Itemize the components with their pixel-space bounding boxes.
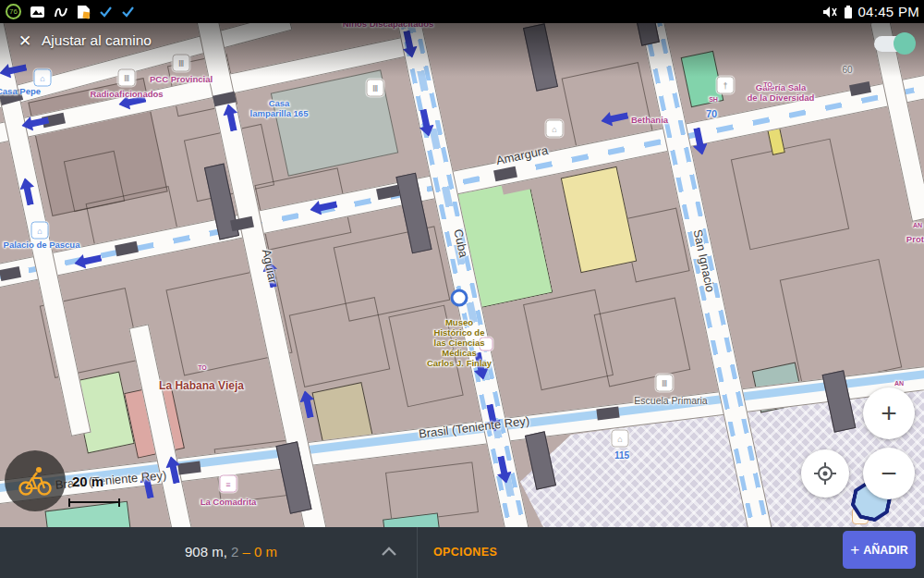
museum-poi-icon: Ⅲ: [367, 80, 384, 97]
building-outline: [780, 259, 903, 388]
poi-label: Escuela Primaria: [634, 396, 707, 406]
close-icon[interactable]: ✕: [15, 31, 35, 51]
add-button-label: AÑADIR: [863, 544, 908, 557]
housenumber-label: 115: [614, 450, 629, 461]
clock: 04:45 PM: [857, 4, 919, 19]
toggle-knob: [894, 32, 916, 55]
check-icon: [121, 6, 135, 18]
gallery-icon: [30, 6, 45, 18]
school-poi-icon: Ⅲ: [656, 375, 674, 392]
building-outline: [594, 298, 691, 387]
tiny-badge-label: TO: [763, 81, 772, 88]
road-ref-label: 60: [842, 65, 852, 75]
poi-label: Casa Pepe: [0, 86, 41, 96]
tiny-badge-label: TO: [198, 364, 207, 371]
poi-label: Bethania: [631, 115, 668, 125]
road-ref-label: 70: [706, 109, 717, 119]
poi-label: PCC Provincial: [150, 74, 213, 84]
points-count: 2: [231, 544, 238, 560]
tiny-badge-label: AN: [894, 380, 904, 387]
building-dark: [523, 23, 558, 91]
poi-label: La Comadrita: [201, 497, 257, 507]
zoom-in-button[interactable]: +: [863, 387, 915, 439]
locate-button[interactable]: [801, 449, 849, 498]
poi-label: Casa lamparilla 165: [250, 98, 309, 118]
measure-bottom-bar: 908 m, 2 – 0 m OPCIONES: [0, 527, 924, 578]
poi-label: Palacio de Pascua: [4, 240, 80, 250]
poi-label: Prote: [906, 234, 924, 244]
museum-circle-marker: [451, 289, 468, 307]
options-button[interactable]: OPCIONES: [433, 546, 497, 559]
distance-value: 908 m,: [185, 544, 227, 560]
battery-saver-badge: 76: [6, 4, 21, 19]
signature-icon: [54, 5, 68, 19]
building-outline: [731, 139, 849, 251]
plus-icon: +: [850, 541, 859, 560]
street: [0, 0, 91, 437]
status-bar: 76 04:45 PM: [0, 0, 924, 23]
church-poi-icon: †: [717, 77, 735, 94]
zoom-out-button[interactable]: −: [863, 448, 915, 499]
target-icon: [813, 461, 837, 486]
house-poi-icon: ⌂: [31, 222, 49, 240]
tiny-badge-label: AN: [913, 222, 922, 228]
battery-icon: [844, 5, 853, 19]
profile-button[interactable]: [5, 450, 66, 511]
museum-poi-icon: Ⅲ: [173, 55, 190, 72]
check-icon: [99, 6, 113, 18]
house-poi-icon: ⌂: [34, 69, 52, 87]
shop-poi-icon: ≡: [220, 475, 237, 493]
note-edit-icon: [77, 5, 91, 19]
district-label: La Habana Vieja: [159, 381, 244, 391]
collapse-chevron-icon[interactable]: [379, 542, 399, 562]
mute-icon: [821, 5, 839, 19]
measured-distance: 908 m, 2 – 0 m: [185, 544, 277, 560]
poi-label: Galería Sala de la Diversidad: [748, 82, 815, 103]
direct-distance: 0 m: [254, 544, 277, 560]
dash: –: [243, 544, 250, 560]
divider: [417, 527, 418, 578]
house-poi-icon: ⌂: [546, 120, 564, 138]
cyclist-icon: [17, 465, 54, 497]
house-poi-icon: ⌂: [612, 430, 629, 448]
tiny-badge-label: SH: [709, 96, 718, 103]
page-title: Ajustar al camino: [42, 32, 152, 49]
yellow-building: [561, 166, 637, 274]
building-outline: [289, 297, 391, 387]
map-scale-label: 20 m: [72, 473, 103, 489]
add-point-button[interactable]: + AÑADIR: [843, 531, 916, 569]
poi-label: Radioaficionados: [90, 89, 163, 99]
snap-to-road-toggle[interactable]: [874, 35, 911, 53]
map-scale-bar: [68, 498, 120, 507]
poi-label: Museo Histórico de las Ciencias Médicas …: [427, 317, 492, 368]
museum-poi-icon: Ⅲ: [118, 69, 136, 87]
map-canvas[interactable]: ⌂ Ⅲ Ⅲ Ⅲ ⌂ † Ⅲ ⌂ ≡ ⌂ Atención a Niños Dis…: [0, 0, 924, 527]
